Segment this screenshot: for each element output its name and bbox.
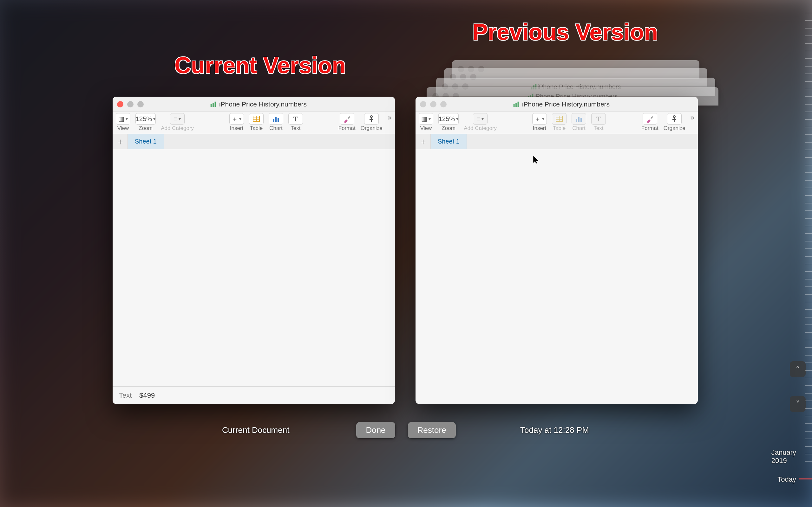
timeline-tick[interactable] [805, 233, 812, 234]
timeline-tick[interactable] [805, 165, 812, 165]
timeline-tick[interactable] [805, 393, 812, 394]
restore-button[interactable]: Restore [408, 422, 456, 438]
timeline-tick[interactable] [805, 385, 812, 386]
text-button[interactable]: T [591, 113, 606, 124]
toolbar-label-format: Format [641, 125, 658, 131]
timeline-tick[interactable] [805, 104, 812, 105]
timeline-tick[interactable] [805, 180, 812, 181]
text-button[interactable]: T [288, 113, 303, 124]
timeline-tick[interactable] [805, 325, 812, 325]
timeline-tick[interactable] [805, 400, 812, 401]
zoom-menu-button[interactable]: 125%▾ [438, 113, 459, 124]
sheet-tab-bar: ＋ Sheet 1 [415, 134, 698, 149]
timeline-tick[interactable] [805, 81, 812, 82]
minimize-button[interactable] [430, 101, 437, 107]
toolbar-overflow-button[interactable]: » [388, 113, 392, 122]
chart-button[interactable] [571, 113, 586, 124]
zoom-menu-button[interactable]: 125%▾ [136, 113, 156, 124]
timeline-tick[interactable] [805, 28, 812, 29]
titlebar[interactable]: iPhone Price History.numbers [113, 97, 395, 112]
timeline-tick[interactable] [805, 51, 812, 51]
timeline-tick[interactable] [805, 302, 812, 302]
timeline-tick[interactable] [805, 362, 812, 363]
timeline-tick[interactable] [805, 286, 812, 287]
timeline-tick[interactable] [805, 241, 812, 241]
timeline-tick[interactable] [805, 218, 812, 219]
version-timestamp-caption: Today at 12:28 PM [520, 425, 589, 435]
timeline-tick[interactable] [805, 248, 812, 249]
timeline-tick[interactable] [805, 408, 812, 409]
timeline-tick[interactable] [805, 89, 812, 89]
timeline-tick[interactable] [805, 119, 812, 120]
timeline-tick[interactable] [805, 96, 812, 97]
chart-button[interactable] [269, 113, 283, 124]
formula-bar[interactable]: Text $499 [113, 386, 395, 404]
timeline-tick[interactable] [805, 195, 812, 196]
insert-button[interactable]: ＋▾ [229, 113, 244, 124]
sheet-tab[interactable]: Sheet 1 [431, 134, 467, 149]
timeline-tick[interactable] [805, 13, 812, 13]
timeline-tick[interactable] [805, 461, 812, 462]
timeline-tick[interactable] [805, 317, 812, 318]
timeline-tick[interactable] [805, 66, 812, 66]
timeline-tick[interactable] [805, 112, 812, 112]
timeline-tick[interactable] [805, 446, 812, 447]
timeline-tick[interactable] [805, 370, 812, 371]
timeline-tick[interactable] [805, 226, 812, 226]
timeline-tick[interactable] [805, 172, 812, 173]
format-button[interactable] [340, 113, 354, 124]
timeline-tick[interactable] [805, 424, 812, 424]
timeline-tick[interactable] [805, 134, 812, 135]
close-button[interactable] [420, 101, 426, 107]
table-button[interactable] [552, 113, 566, 124]
timeline-tick[interactable] [805, 187, 812, 188]
timeline-tick[interactable] [805, 439, 812, 439]
timeline-tick[interactable] [805, 58, 812, 59]
add-sheet-button[interactable]: ＋ [113, 134, 128, 149]
timeline-tick[interactable] [805, 309, 812, 310]
timeline-tick[interactable] [805, 378, 812, 378]
minimize-button[interactable] [127, 101, 134, 107]
maximize-button[interactable] [440, 101, 447, 107]
timeline-tick[interactable] [805, 256, 812, 257]
timeline-tick[interactable] [805, 43, 812, 44]
add-category-button[interactable]: ≡▾ [473, 113, 488, 124]
timeline-tick[interactable] [805, 264, 812, 264]
insert-button[interactable]: ＋▾ [532, 113, 547, 124]
filter-icon [368, 115, 375, 123]
format-button[interactable] [643, 113, 657, 124]
timeline-tick[interactable] [805, 210, 812, 211]
add-category-button[interactable]: ≡▾ [170, 113, 185, 124]
timeline-tick[interactable] [805, 150, 812, 150]
timeline-tick[interactable] [805, 127, 812, 127]
add-sheet-button[interactable]: ＋ [415, 134, 431, 149]
organize-button[interactable] [364, 113, 379, 124]
timeline-tick[interactable] [805, 73, 812, 74]
timeline-tick[interactable] [805, 279, 812, 279]
timeline-tick[interactable] [805, 271, 812, 272]
version-timeline[interactable]: January 2019 Today [799, 0, 812, 507]
timeline-tick[interactable] [805, 203, 812, 204]
organize-button[interactable] [667, 113, 681, 124]
timeline-tick[interactable] [805, 340, 812, 340]
done-button[interactable]: Done [356, 422, 395, 438]
timeline-tick[interactable] [805, 347, 812, 348]
timeline-tick[interactable] [805, 36, 812, 36]
timeline-tick[interactable] [805, 416, 812, 416]
view-menu-button[interactable]: ▥▾ [419, 113, 433, 124]
timeline-tick[interactable] [805, 431, 812, 432]
timeline-tick[interactable] [805, 332, 812, 333]
toolbar-overflow-button[interactable]: » [691, 113, 695, 122]
close-button[interactable] [117, 101, 123, 107]
sheet-tab[interactable]: Sheet 1 [128, 134, 164, 149]
timeline-tick[interactable] [805, 355, 812, 355]
maximize-button[interactable] [137, 101, 144, 107]
timeline-tick[interactable] [805, 294, 812, 295]
timeline-tick[interactable] [805, 20, 812, 21]
timeline-tick[interactable] [805, 157, 812, 158]
timeline-tick[interactable] [805, 454, 812, 454]
timeline-tick[interactable] [805, 142, 812, 143]
view-menu-button[interactable]: ▥▾ [116, 113, 131, 124]
table-button[interactable] [249, 113, 264, 124]
titlebar[interactable]: iPhone Price History.numbers [415, 97, 698, 112]
